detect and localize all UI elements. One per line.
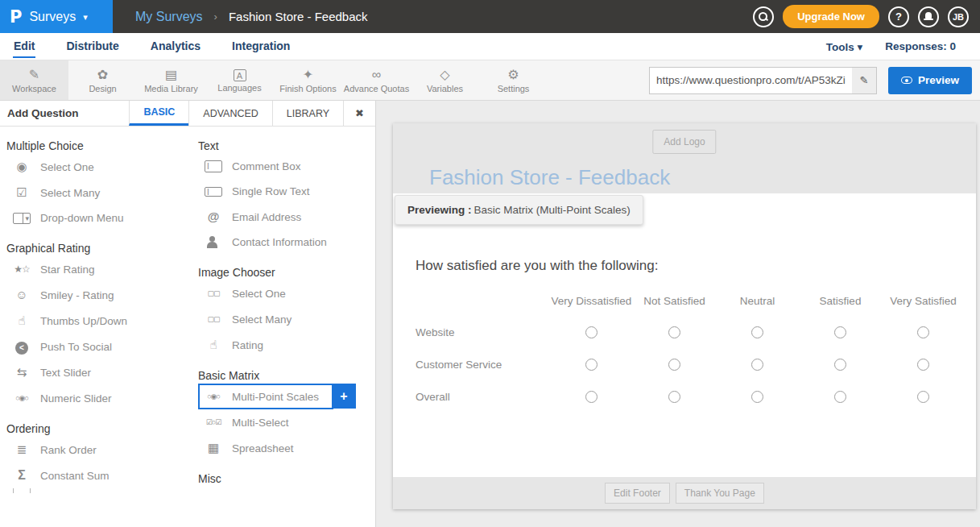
- matrix-radio[interactable]: [917, 359, 929, 371]
- upgrade-now-button[interactable]: Upgrade Now: [783, 5, 879, 28]
- question-type-push-to-social[interactable]: Push To Social: [6, 334, 188, 359]
- question-type-label: Rating: [232, 339, 263, 351]
- nav-tab-edit[interactable]: Edit: [13, 35, 35, 58]
- matrix-radio[interactable]: [834, 359, 846, 371]
- survey-question-panel: How satisfied are you with the following…: [393, 193, 976, 477]
- question-type-single-row-text[interactable]: Single Row Text: [198, 179, 375, 204]
- question-type-constant-sum[interactable]: ΣConstant Sum: [6, 463, 188, 488]
- matrix-radio[interactable]: [585, 326, 598, 338]
- question-type-contact-information[interactable]: Contact Information: [198, 230, 375, 255]
- avatar[interactable]: JB: [948, 6, 969, 27]
- product-switcher[interactable]: P Surveys ▾: [0, 0, 113, 33]
- matrix-radio[interactable]: [917, 326, 929, 338]
- question-type-label: Select Many: [40, 187, 100, 199]
- close-panel-button[interactable]: ✖: [343, 101, 375, 126]
- question-type-column-2: TextComment BoxSingle Row Text@Email Add…: [188, 131, 375, 527]
- question-type-smiley-rating[interactable]: ☺Smiley - Rating: [6, 282, 188, 308]
- panel-tab-basic[interactable]: BASIC: [129, 101, 188, 126]
- breadcrumb-my-surveys[interactable]: My Surveys: [135, 10, 203, 24]
- avatar-initials: JB: [953, 12, 964, 22]
- toolbar-item-finish-options[interactable]: ✦Finish Options: [274, 60, 342, 100]
- header-actions: Upgrade Now ? JB: [753, 0, 980, 33]
- single-row-icon: [205, 187, 222, 197]
- panel-tab-advanced[interactable]: ADVANCED: [188, 101, 272, 126]
- question-type-label: Comment Box: [232, 160, 301, 172]
- section-heading: Graphical Rating: [6, 242, 188, 255]
- nav-tab-integration[interactable]: Integration: [231, 35, 291, 58]
- matrix-radio[interactable]: [585, 391, 598, 403]
- survey-preview-area: Add Logo Fashion Store - Feedback How sa…: [376, 101, 980, 527]
- matrix-radio[interactable]: [668, 326, 680, 338]
- matrix-radio[interactable]: [751, 326, 763, 338]
- matrix-row: Overall: [416, 380, 965, 413]
- thank-you-page-button[interactable]: Thank You Page: [676, 483, 764, 504]
- toolbar-item-settings[interactable]: ⚙Settings: [479, 60, 548, 100]
- add-question-header: Add Question BASICADVANCEDLIBRARY ✖: [0, 101, 375, 127]
- toolbar-item-advance-quotas[interactable]: ∞Advance Quotas: [342, 60, 411, 100]
- matrix-radio[interactable]: [834, 326, 846, 338]
- image-select-one-icon: ▢▢: [205, 287, 222, 300]
- toolbar-item-languages[interactable]: ALanguages: [205, 60, 274, 100]
- question-type-multi-select[interactable]: ☑○☑Multi-Select: [198, 409, 375, 435]
- matrix-radio[interactable]: [585, 359, 598, 371]
- nav-tab-analytics[interactable]: Analytics: [150, 35, 201, 58]
- survey-url-input[interactable]: [650, 68, 852, 93]
- close-icon: ✖: [355, 107, 364, 119]
- question-type-rating[interactable]: ☝Rating: [198, 332, 375, 358]
- question-type-rank-order[interactable]: ≣Rank Order: [6, 437, 188, 463]
- question-type-multi-point-scales[interactable]: ○◉○Multi-Point Scales+: [198, 384, 333, 409]
- matrix-radio[interactable]: [834, 391, 846, 403]
- survey-title[interactable]: Fashion Store - Feedback: [429, 165, 670, 190]
- search-button[interactable]: [753, 6, 774, 27]
- numeric-slider-icon: ○◉○: [13, 392, 31, 405]
- toolbar-item-design[interactable]: ✿Design: [68, 60, 137, 100]
- matrix-radio[interactable]: [751, 359, 763, 371]
- matrix-radio[interactable]: [917, 391, 929, 403]
- nav-tab-distribute[interactable]: Distribute: [65, 35, 119, 58]
- matrix-row: Customer Service: [416, 348, 965, 380]
- question-type-select-one[interactable]: ◉Select One: [6, 154, 188, 180]
- matrix-question-table: Very DissatisfiedNot SatisfiedNeutralSat…: [416, 285, 965, 413]
- matrix-column-header: Very Dissatisfied: [550, 285, 633, 316]
- matrix-column-header: Satisfied: [799, 285, 882, 316]
- question-type-select-many[interactable]: ☑Select Many: [6, 180, 188, 205]
- question-type-partial[interactable]: [6, 488, 188, 493]
- star-rating-icon: ★☆: [13, 263, 31, 276]
- toolbar-item-variables[interactable]: ◇Variables: [411, 60, 479, 100]
- edit-url-button[interactable]: ✎: [852, 68, 876, 93]
- matrix-radio[interactable]: [668, 391, 680, 403]
- question-type-text-slider[interactable]: ⇆Text Slider: [6, 359, 188, 385]
- question-mark-icon: ?: [895, 10, 902, 23]
- question-title[interactable]: How satisfied are you with the following…: [416, 258, 976, 274]
- constant-sum-icon: Σ: [13, 469, 31, 482]
- question-type-thumbs-up-down[interactable]: ☝Thumbs Up/Down: [6, 308, 188, 334]
- edit-footer-button[interactable]: Edit Footer: [605, 483, 670, 504]
- matrix-radio[interactable]: [668, 359, 680, 371]
- question-type-numeric-slider[interactable]: ○◉○Numeric Slider: [6, 385, 188, 411]
- section-heading: Basic Matrix: [198, 369, 375, 382]
- panel-tab-library[interactable]: LIBRARY: [272, 101, 343, 126]
- toolbar-item-media-library[interactable]: ▤Media Library: [137, 60, 205, 100]
- preview-button[interactable]: Preview: [888, 67, 972, 94]
- responses-count[interactable]: Responses: 0: [885, 40, 956, 52]
- question-type-select-one[interactable]: ▢▢Select One: [198, 280, 375, 306]
- tools-menu[interactable]: Tools ▾: [826, 40, 863, 53]
- question-type-spreadsheet[interactable]: ▦Spreadsheet: [198, 435, 375, 461]
- spreadsheet-icon: ▦: [205, 442, 222, 454]
- notifications-button[interactable]: [918, 6, 939, 27]
- help-button[interactable]: ?: [888, 6, 909, 27]
- toolbar-item-workspace[interactable]: ✎Workspace: [0, 60, 68, 100]
- question-type-star-rating[interactable]: ★☆Star Rating: [6, 256, 188, 282]
- email-icon: @: [205, 210, 222, 223]
- question-type-label: Text Slider: [40, 367, 91, 379]
- share-icon: [13, 340, 31, 353]
- add-question-type-button[interactable]: +: [332, 384, 356, 409]
- question-type-comment-box[interactable]: Comment Box: [198, 154, 375, 179]
- add-logo-button[interactable]: Add Logo: [652, 130, 716, 154]
- partial-item-icon: [13, 488, 31, 493]
- question-type-drop-down-menu[interactable]: Drop-down Menu: [6, 205, 188, 230]
- matrix-radio[interactable]: [751, 391, 763, 403]
- question-type-label: Select Many: [232, 313, 292, 326]
- question-type-email-address[interactable]: @Email Address: [198, 204, 375, 230]
- question-type-select-many[interactable]: ▢▢Select Many: [198, 306, 375, 332]
